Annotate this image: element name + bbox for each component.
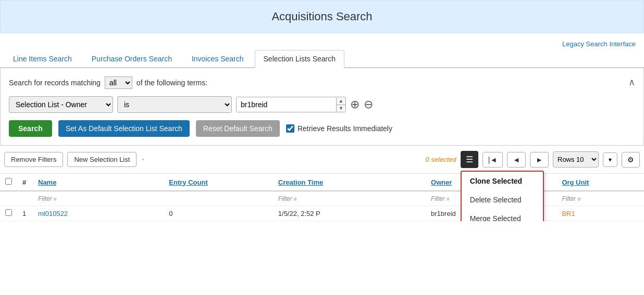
name-sort-link[interactable]: Name (38, 178, 56, 186)
tab-invoices[interactable]: Invoices Search (183, 50, 253, 67)
delete-selected-item[interactable]: Delete Selected (462, 190, 543, 209)
tab-selection-lists[interactable]: Selection Lists Search (255, 50, 345, 68)
match-select[interactable]: all any (105, 76, 132, 89)
filter-num-cell (17, 191, 33, 206)
prev-page-button[interactable]: ◄ (507, 152, 526, 168)
col-header-org-unit: Org Unit (556, 174, 644, 191)
search-match-label: Search for records matching (9, 79, 101, 87)
selected-count: 0 selected (426, 156, 456, 163)
row-entry-count: 0 (169, 210, 172, 217)
results-toolbar: Remove Filters New Selection List • 0 se… (0, 146, 644, 174)
table-filter-row: Filter ≡ Filter ≡ Filter ≡ Filter ≡ (0, 191, 644, 206)
org-unit-sort-link[interactable]: Org Unit (562, 178, 589, 186)
row-num-cell: 1 (17, 206, 33, 221)
legacy-link-row: Legacy Search Interface (0, 37, 644, 50)
spin-down[interactable]: ▼ (337, 105, 345, 112)
entry-count-sort-link[interactable]: Entry Count (169, 178, 207, 186)
search-button[interactable]: Search (9, 120, 52, 137)
col-header-name: Name (33, 174, 164, 191)
row-checkbox-cell (0, 206, 17, 221)
col-header-creation-time: Creation Time (273, 174, 426, 191)
tabs-row: Line Items Search Purchase Orders Search… (0, 50, 644, 68)
creation-time-sort-link[interactable]: Creation Time (278, 178, 323, 186)
col-header-num: # (17, 174, 33, 191)
search-value-input: ▲ ▼ (236, 97, 346, 112)
col-header-entry-count: Entry Count (164, 174, 273, 191)
row-entry-count-cell: 0 (164, 206, 273, 221)
row-owner: br1breid (431, 210, 456, 217)
search-action-row: Search Set As Default Selection List Sea… (9, 120, 635, 137)
set-default-button[interactable]: Set As Default Selection List Search (58, 120, 190, 137)
actions-dropdown-wrapper: ☰ Clone Selected Delete Selected Merge S… (461, 151, 478, 168)
first-page-button[interactable]: |◄ (482, 152, 503, 168)
tab-purchase-orders[interactable]: Purchase Orders Search (83, 50, 181, 67)
row-name-cell: ml010522 (33, 206, 164, 221)
org-filter-text: Filter (562, 195, 576, 202)
org-filter-icon[interactable]: ≡ (578, 196, 581, 202)
row-org-unit-link[interactable]: BR1 (562, 210, 575, 217)
actions-dropdown-menu: Clone Selected Delete Selected Merge Sel… (461, 171, 544, 221)
table-row: 1 ml010522 0 1/5/22, 2:52 P br1breid BR1 (0, 206, 644, 221)
row-creation-time: 1/5/22, 2:52 P (278, 210, 320, 217)
table-header-row: # Name Entry Count Creation Time Owner O… (0, 174, 644, 191)
owner-sort-link[interactable]: Owner (431, 178, 452, 186)
retrieve-immediately-label[interactable]: Retrieve Results Immediately (286, 124, 392, 133)
name-filter-icon[interactable]: ≡ (54, 196, 57, 202)
filter-name-cell: Filter ≡ (33, 191, 164, 206)
search-match-row: Search for records matching all any of t… (9, 76, 635, 89)
row-name-link[interactable]: ml010522 (38, 210, 68, 217)
new-selection-list-button[interactable]: New Selection List (67, 152, 137, 167)
operator-select[interactable]: is is not contains starts with (117, 96, 232, 113)
rows-chevron-button[interactable]: ▾ (603, 152, 617, 167)
merge-selected-item[interactable]: Merge Selected (462, 209, 543, 221)
retrieve-immediately-checkbox[interactable] (286, 124, 294, 133)
filter-org-cell: Filter ≡ (556, 191, 644, 206)
rows-per-page-select[interactable]: Rows 10 Rows 25 Rows 50 Rows 100 (553, 151, 599, 168)
search-panel: ∧ Search for records matching all any of… (0, 68, 644, 146)
reset-default-button[interactable]: Reset Default Search (196, 120, 280, 137)
tab-line-items[interactable]: Line Items Search (4, 50, 81, 67)
actions-menu-button[interactable]: ☰ (461, 151, 478, 168)
retrieve-immediately-text: Retrieve Results Immediately (298, 124, 392, 133)
spin-buttons: ▲ ▼ (336, 98, 345, 112)
of-terms-label: of the following terms: (137, 79, 207, 87)
name-filter-text: Filter (38, 195, 52, 202)
dot-indicator: • (142, 157, 144, 162)
row-org-unit-cell: BR1 (556, 206, 644, 221)
owner-filter-icon[interactable]: ≡ (447, 196, 450, 202)
collapse-panel-icon[interactable]: ∧ (628, 76, 635, 88)
search-filter-row: Selection List - Owner Name Entry Count … (9, 96, 635, 113)
legacy-search-link[interactable]: Legacy Search Interface (562, 40, 636, 48)
filter-creation-cell: Filter ≡ (273, 191, 426, 206)
add-filter-icon[interactable]: ⊕ (350, 99, 360, 110)
remove-filters-button[interactable]: Remove Filters (4, 152, 63, 167)
field-select[interactable]: Selection List - Owner Name Entry Count … (9, 96, 113, 113)
row-checkbox[interactable] (5, 209, 12, 216)
data-table: # Name Entry Count Creation Time Owner O… (0, 174, 644, 221)
creation-filter-text: Filter (278, 195, 292, 202)
remove-filter-icon[interactable]: ⊖ (364, 99, 373, 110)
search-value-field[interactable] (237, 97, 336, 112)
clone-selected-item[interactable]: Clone Selected (462, 172, 543, 190)
select-all-checkbox[interactable] (5, 178, 12, 185)
filter-check-cell (0, 191, 17, 206)
row-num: 1 (22, 210, 26, 217)
spin-up[interactable]: ▲ (337, 98, 345, 105)
row-creation-time-cell: 1/5/22, 2:52 P (273, 206, 426, 221)
creation-filter-icon[interactable]: ≡ (294, 196, 297, 202)
owner-filter-text: Filter (431, 195, 445, 202)
next-page-button[interactable]: ► (530, 152, 549, 168)
page-header: Acquisitions Search (0, 0, 644, 33)
filter-entry-cell (164, 191, 273, 206)
gear-button[interactable]: ⚙ (622, 152, 640, 168)
col-header-checkbox (0, 174, 17, 191)
